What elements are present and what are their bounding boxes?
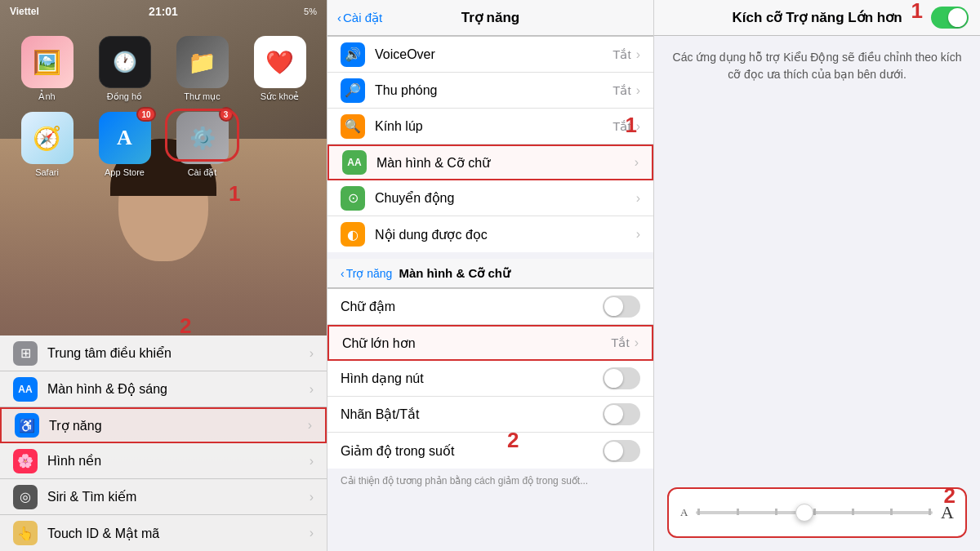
step1-right: 1	[911, 0, 923, 24]
noi-dung-label: Nội dung được đọc	[375, 227, 636, 242]
zoom-label: Thu phóng	[375, 83, 612, 98]
settings-badge: 3	[219, 107, 234, 122]
display-icon: AA	[13, 377, 38, 402]
man-hinh-sub-navbar: ‹ Trợ năng Màn hình & Cỡ chữ	[327, 259, 653, 288]
right-navbar: Kích cỡ Trợ năng Lớn hơn 1	[654, 0, 980, 36]
sub-item-chu-lon[interactable]: Chữ lớn hơn Tắt ›	[327, 325, 653, 361]
app-clock[interactable]: 🕐 Đồng hồ	[91, 36, 158, 102]
tro-nang-title: Trợ năng	[461, 9, 519, 26]
magnifier-label: Kính lúp	[375, 119, 612, 134]
control-icon: ⊞	[13, 341, 38, 366]
settings-item-control[interactable]: ⊞ Trung tâm điều khiển ›	[0, 335, 327, 371]
settings-item-tro-nang[interactable]: ♿ Trợ năng ›	[0, 407, 327, 443]
appstore-badge: 10	[136, 107, 155, 122]
photos-icon: 🖼️	[33, 49, 61, 76]
nhan-toggle[interactable]	[603, 403, 640, 425]
back-to-cai-dat[interactable]: ‹ Cài đặt	[337, 11, 382, 25]
app-safari[interactable]: 🧭 Safari	[13, 112, 81, 178]
app-folder-label: Thư mục	[184, 91, 220, 102]
man-hinh-menu: Chữ đậm Chữ lớn hơn Tắt › Hình dạng nút …	[327, 288, 653, 469]
step2-right: 2	[944, 483, 956, 509]
safari-icon: 🧭	[33, 125, 61, 152]
status-bar: Viettel 21:01 5%	[0, 0, 327, 23]
font-size-track[interactable]	[696, 511, 933, 514]
health-icon: ❤️	[265, 49, 294, 76]
app-appstore[interactable]: A 10 App Store	[91, 112, 158, 178]
menu-item-noi-dung[interactable]: ◐ Nội dung được đọc ›	[327, 216, 653, 252]
nhan-label: Nhãn Bật/Tắt	[341, 407, 603, 422]
hinh-dang-toggle[interactable]	[603, 367, 640, 389]
voiceover-value: Tắt	[612, 47, 630, 62]
time-label: 21:01	[149, 5, 178, 18]
menu-item-zoom[interactable]: 🔎 Thu phóng Tắt ›	[327, 73, 653, 109]
siri-label: Siri & Tìm kiếm	[47, 489, 310, 504]
app-safari-label: Safari	[35, 167, 59, 177]
noi-dung-icon: ◐	[341, 222, 365, 247]
step1-home: 1	[229, 181, 240, 207]
carrier-label: Viettel	[10, 6, 39, 17]
display-label: Màn hình & Độ sáng	[47, 381, 310, 397]
settings-item-touchid[interactable]: 👆 Touch ID & Mật mã ›	[0, 515, 327, 551]
chu-dam-toggle[interactable]	[603, 295, 640, 318]
right-panel: Kích cỡ Trợ năng Lớn hơn 1 Các ứng dụng …	[653, 0, 980, 551]
touchid-label: Touch ID & Mật mã	[47, 526, 310, 541]
back-to-tro-nang[interactable]: ‹ Trợ năng	[341, 267, 392, 280]
giam-do-label: Giảm độ trong suốt	[341, 443, 603, 459]
hinh-dang-thumb	[604, 369, 623, 388]
right-title: Kích cỡ Trợ năng Lớn hơn	[732, 9, 902, 26]
accessibility-size-toggle[interactable]	[931, 7, 969, 29]
font-size-thumb[interactable]	[795, 504, 813, 522]
back-crumb-chevron: ‹	[341, 267, 345, 280]
sub-item-hinh-dang[interactable]: Hình dạng nút	[327, 361, 653, 397]
menu-item-magnifier[interactable]: 🔍 Kính lúp Tắt ›	[327, 109, 653, 144]
tro-nang-panel: ‹ Cài đặt Trợ năng 🔊 VoiceOver Tắt › 🔎 T…	[327, 0, 653, 551]
battery-label: 5%	[304, 7, 317, 16]
back-chevron-icon: ‹	[337, 11, 341, 24]
empty-slot	[246, 112, 298, 178]
clock-icon: 🕐	[113, 51, 137, 73]
zoom-arrow: ›	[636, 83, 640, 98]
app-settings[interactable]: ⚙️ 3 Cài đặt	[168, 112, 236, 178]
siri-icon: ◎	[13, 485, 38, 509]
app-photos[interactable]: 🖼️ Ảnh	[13, 36, 81, 102]
app-appstore-label: App Store	[105, 167, 145, 177]
control-label: Trung tâm điều khiển	[47, 345, 310, 361]
settings-item-wallpaper[interactable]: 🌸 Hình nền ›	[0, 443, 327, 479]
chu-lon-label: Chữ lớn hơn	[342, 335, 611, 351]
giam-do-toggle[interactable]	[603, 440, 640, 462]
app-folder[interactable]: 📁 Thư mục	[168, 36, 236, 102]
app-health[interactable]: ❤️ Sức khoẻ	[246, 36, 314, 102]
appstore-icon: A	[117, 126, 132, 150]
nhan-thumb	[604, 405, 623, 424]
sub-item-giam-do[interactable]: Giảm độ trong suốt	[327, 433, 653, 469]
noi-dung-arrow: ›	[636, 227, 640, 242]
display-arrow: ›	[310, 382, 314, 397]
back-crumb-label: Trợ năng	[346, 267, 393, 280]
man-hinh-label: Màn hình & Cỡ chữ	[376, 155, 635, 171]
touchid-arrow: ›	[310, 526, 314, 540]
step2-tro-nang: 2	[507, 428, 519, 453]
menu-item-voiceover[interactable]: 🔊 VoiceOver Tắt ›	[327, 37, 653, 73]
settings-icon: ⚙️	[189, 126, 216, 151]
sub-item-nhan-bat-tat[interactable]: Nhãn Bật/Tắt	[327, 397, 653, 433]
menu-item-man-hinh[interactable]: AA Màn hình & Cỡ chữ ›	[327, 144, 653, 180]
settings-item-display[interactable]: AA Màn hình & Độ sáng ›	[0, 371, 327, 407]
app-photos-label: Ảnh	[38, 91, 55, 102]
app-grid: 🖼️ Ảnh 🕐 Đồng hồ 📁 Thư mục ❤️ Sức khoẻ	[0, 29, 327, 184]
voiceover-arrow: ›	[636, 47, 640, 62]
man-hinh-icon: AA	[342, 150, 367, 175]
chu-dam-label: Chữ đậm	[341, 299, 603, 314]
font-size-slider-section: A A	[667, 487, 967, 538]
voiceover-icon: 🔊	[341, 42, 365, 67]
magnifier-icon: 🔍	[341, 114, 365, 139]
sub-item-chu-dam[interactable]: Chữ đậm	[327, 289, 653, 325]
home-screen: Viettel 21:01 5% 🖼️ Ảnh 🕐 Đồng hồ 📁 Thư …	[0, 0, 327, 551]
menu-item-chuyen-dong[interactable]: ⊙ Chuyển động ›	[327, 180, 653, 216]
control-arrow: ›	[310, 346, 314, 361]
touchid-icon: 👆	[13, 521, 38, 545]
toggle-green-thumb	[948, 8, 967, 27]
chu-lon-value: Tắt	[611, 335, 629, 350]
font-small-a: A	[680, 506, 688, 519]
settings-item-siri[interactable]: ◎ Siri & Tìm kiếm ›	[0, 479, 327, 515]
settings-quick-list: ⊞ Trung tâm điều khiển › AA Màn hình & Đ…	[0, 335, 327, 551]
